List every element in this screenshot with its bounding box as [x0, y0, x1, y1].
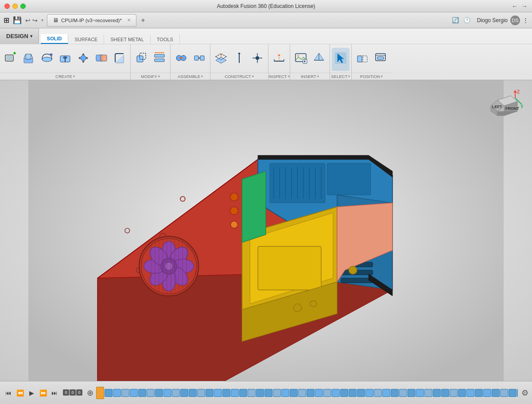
timeline-item[interactable] [391, 389, 399, 397]
timeline-prev-btn[interactable]: ⏪ [15, 388, 25, 398]
axis-btn[interactable] [230, 48, 248, 71]
timeline-item[interactable] [130, 389, 138, 397]
timeline-item[interactable] [492, 389, 500, 397]
measure-btn[interactable] [270, 48, 288, 71]
point-btn[interactable] [249, 48, 266, 71]
title-nav-back[interactable]: ← [512, 3, 518, 10]
timeline-item[interactable] [408, 389, 416, 397]
tab-surface[interactable]: SURFACE [68, 35, 104, 44]
timeline-item[interactable] [206, 389, 214, 397]
move-btn[interactable] [74, 48, 92, 71]
timeline-item[interactable] [441, 389, 449, 397]
timeline-item[interactable] [298, 389, 306, 397]
offset-plane-btn[interactable] [212, 48, 230, 71]
timeline-end-btn[interactable]: ⏭ [50, 388, 59, 398]
timeline-play-btn[interactable]: ▶ [27, 388, 36, 398]
timeline-item[interactable] [281, 389, 289, 397]
timeline-item[interactable] [509, 389, 516, 397]
canvas-viewport[interactable]: Z Y LEFT FRONT [0, 80, 532, 381]
insert-mesh-btn[interactable] [310, 48, 328, 71]
timeline-item[interactable] [307, 389, 315, 397]
timeline-item[interactable] [424, 389, 432, 397]
timeline-item[interactable] [450, 389, 458, 397]
maximize-button[interactable] [20, 4, 26, 9]
tab-solid[interactable]: SOLID [41, 34, 69, 44]
timeline-item[interactable] [475, 389, 483, 397]
timeline-item[interactable] [273, 389, 281, 397]
timeline-item[interactable] [172, 389, 180, 397]
time-icon[interactable]: 🕐 [462, 16, 472, 25]
timeline-item[interactable] [105, 389, 113, 397]
timeline-item[interactable] [517, 389, 518, 397]
fillet-btn[interactable] [111, 48, 128, 71]
redo-icon[interactable]: ↪ [32, 17, 38, 24]
home-icon[interactable]: ⊞ [4, 16, 9, 24]
extrude-btn[interactable] [20, 48, 38, 71]
timeline-item[interactable] [500, 389, 508, 397]
tab-sheet-metal[interactable]: SHEET METAL [104, 35, 150, 44]
timeline-item[interactable] [340, 389, 348, 397]
timeline-item[interactable] [147, 389, 155, 397]
title-nav-forward[interactable]: → [521, 3, 528, 10]
timeline-item[interactable] [382, 389, 390, 397]
user-avatar[interactable]: DS [510, 16, 520, 25]
timeline-item[interactable] [466, 389, 474, 397]
position2-btn[interactable] [372, 48, 389, 71]
view-cube[interactable]: Z Y LEFT FRONT [484, 89, 524, 129]
timeline-item[interactable] [365, 389, 373, 397]
position-btn[interactable] [353, 48, 371, 71]
sync-icon[interactable]: 🔄 [450, 16, 460, 25]
timeline-item[interactable] [290, 389, 298, 397]
user-menu-icon[interactable]: ⋮ [523, 17, 528, 23]
timeline-item[interactable] [138, 389, 146, 397]
tab-close-btn[interactable]: ✕ [127, 18, 131, 23]
timeline-item[interactable] [264, 389, 272, 397]
timeline-item[interactable] [315, 389, 323, 397]
timeline-item[interactable] [433, 389, 441, 397]
timeline-item[interactable] [239, 389, 247, 397]
revolve-btn[interactable] [38, 48, 56, 71]
align-btn[interactable] [151, 48, 168, 71]
timeline-item[interactable] [214, 389, 222, 397]
timeline-item[interactable] [416, 389, 424, 397]
timeline-item[interactable] [222, 389, 230, 397]
timeline-marker[interactable] [96, 387, 104, 399]
timeline-item[interactable] [197, 389, 205, 397]
new-component-btn[interactable] [2, 48, 19, 71]
timeline-add-marker-btn[interactable]: ⊕ [87, 388, 93, 398]
new-tab-button[interactable]: + [138, 16, 148, 25]
save-icon[interactable]: 💾 [13, 16, 22, 24]
timeline-start-btn[interactable]: ⏮ [4, 388, 13, 398]
file-tab[interactable]: 🖥 CPU/M-IP (v3~recovered)* ✕ [47, 14, 136, 27]
joint-btn[interactable] [172, 48, 190, 71]
timeline-item[interactable] [189, 389, 197, 397]
design-button[interactable]: DESIGN ▾ [0, 28, 39, 44]
timeline-item[interactable] [458, 389, 466, 397]
timeline-item[interactable] [163, 389, 171, 397]
timeline-item[interactable] [399, 389, 407, 397]
hole-btn[interactable] [56, 48, 74, 71]
timeline-item[interactable] [113, 389, 121, 397]
combine-btn[interactable] [93, 48, 110, 71]
timeline-item[interactable] [231, 389, 239, 397]
minimize-button[interactable] [12, 4, 18, 9]
timeline-next-btn[interactable]: ⏩ [38, 388, 48, 398]
timeline-items[interactable] [96, 386, 518, 400]
timeline-item[interactable] [483, 389, 491, 397]
timeline-item[interactable] [180, 389, 188, 397]
timeline-item[interactable] [349, 389, 357, 397]
tab-tools[interactable]: TOOLS [151, 35, 180, 44]
timeline-item[interactable] [332, 389, 340, 397]
timeline-item[interactable] [248, 389, 256, 397]
close-button[interactable] [4, 4, 10, 9]
timeline-item[interactable] [323, 389, 331, 397]
timeline-item[interactable] [155, 389, 163, 397]
move-copy-btn[interactable] [132, 48, 150, 71]
select-btn[interactable] [332, 48, 349, 71]
timeline-settings-btn[interactable]: ⚙ [521, 388, 528, 398]
rigid-group-btn[interactable] [190, 48, 208, 71]
timeline-item[interactable] [121, 389, 129, 397]
timeline-item[interactable] [374, 389, 382, 397]
timeline-item[interactable] [256, 389, 264, 397]
insert-image-btn[interactable] [292, 48, 310, 71]
